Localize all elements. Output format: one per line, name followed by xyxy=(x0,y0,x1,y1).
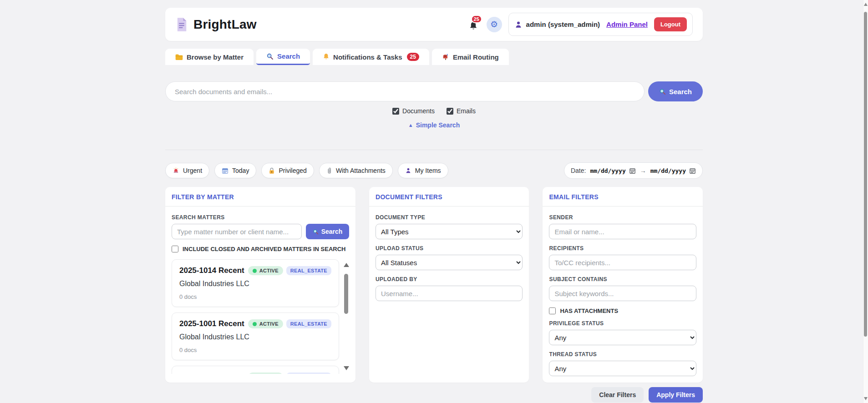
tab-label: Notifications & Tasks xyxy=(333,53,402,61)
global-search-input[interactable] xyxy=(165,81,645,101)
matter-card[interactable]: 2025-6060 Recent ACTIVE EMPLOYMENT Globa xyxy=(172,366,339,374)
matter-card-top: 2025-6060 Recent ACTIVE EMPLOYMENT xyxy=(179,373,331,374)
thread-status-select[interactable]: Any xyxy=(549,361,696,376)
calendar-picker-icon[interactable] xyxy=(689,167,696,174)
document-logo-icon xyxy=(175,17,188,32)
clear-filters-button[interactable]: Clear Filters xyxy=(591,387,644,403)
date-from-input[interactable]: mm/dd/yyyy xyxy=(590,167,635,174)
siren-icon xyxy=(173,167,179,174)
calendar-picker-icon[interactable] xyxy=(629,167,636,174)
date-range-label: Date: xyxy=(571,167,586,174)
filters-section: FILTER BY MATTER SEARCH MATTERS Search xyxy=(165,187,703,383)
tab-count-badge: 25 xyxy=(407,53,419,61)
matter-client: Global Industries LLC xyxy=(179,280,331,288)
tab-email-routing[interactable]: Email Routing xyxy=(432,49,509,65)
tab-label: Search xyxy=(277,52,300,60)
matter-list-scrollbar[interactable] xyxy=(343,259,349,374)
chip-urgent[interactable]: Urgent xyxy=(165,163,209,178)
recipients-label: RECIPIENTS xyxy=(549,245,696,252)
chip-today[interactable]: Today xyxy=(214,163,256,178)
apply-filters-button[interactable]: Apply Filters xyxy=(649,387,703,403)
upload-status-select[interactable]: All Statuses xyxy=(376,255,523,270)
filter-by-matter-panel: FILTER BY MATTER SEARCH MATTERS Search xyxy=(165,187,355,383)
section-divider xyxy=(165,150,703,150)
uploaded-by-input[interactable] xyxy=(376,286,523,301)
email-filters-body: SENDER RECIPIENTS SUBJECT CONTAINS HAS A… xyxy=(543,207,703,383)
matter-card[interactable]: 2025-1014 Recent ACTIVE REAL_ESTATE Glob xyxy=(172,259,339,307)
matter-list: 2025-1014 Recent ACTIVE REAL_ESTATE Glob xyxy=(172,259,349,374)
status-badge: ACTIVE xyxy=(248,319,283,328)
status-badge: ACTIVE xyxy=(248,373,283,374)
has-attachments-row[interactable]: HAS ATTACHMENTS xyxy=(549,307,696,314)
simple-search-toggle[interactable]: ▲ Simple Search xyxy=(165,121,703,129)
status-label: ACTIVE xyxy=(259,268,279,273)
recipients-input[interactable] xyxy=(549,255,696,270)
subject-contains-input[interactable] xyxy=(549,286,696,301)
global-search-button[interactable]: Search xyxy=(648,81,703,101)
user-name: admin (system_admin) xyxy=(526,20,600,28)
logout-button[interactable]: Logout xyxy=(654,17,687,31)
date-to-input[interactable]: mm/dd/yyyy xyxy=(650,167,696,174)
user-label-row: admin (system_admin) xyxy=(514,20,600,29)
thread-status-label: THREAD STATUS xyxy=(549,351,696,358)
date-range-arrow: → xyxy=(640,167,646,174)
tab-label: Browse by Matter xyxy=(187,53,244,61)
include-closed-row[interactable]: INCLUDE CLOSED AND ARCHIVED MATTERS IN S… xyxy=(172,246,349,252)
emails-checkbox[interactable] xyxy=(447,108,453,115)
tab-search[interactable]: Search xyxy=(256,49,310,65)
chip-label: Today xyxy=(232,167,249,174)
filter-actions-row: Clear Filters Apply Filters xyxy=(165,387,703,403)
user-icon xyxy=(514,20,523,29)
date-to-value: mm/dd/yyyy xyxy=(650,167,686,174)
filter-by-matter-title: FILTER BY MATTER xyxy=(165,187,355,207)
privilege-status-select[interactable]: Any xyxy=(549,330,696,345)
date-range-filter: Date: mm/dd/yyyy → mm/dd/yyyy xyxy=(564,162,703,179)
collapse-triangle-icon: ▲ xyxy=(408,122,413,128)
scrollbar-thumb[interactable] xyxy=(864,12,867,337)
search-button-label: Search xyxy=(669,88,692,96)
filter-by-matter-body: SEARCH MATTERS Search xyxy=(165,207,355,380)
document-type-select[interactable]: All Types xyxy=(376,224,523,239)
chip-privileged[interactable]: Privileged xyxy=(261,163,314,178)
document-filters-body: DOCUMENT TYPE All Types UPLOAD STATUS Al… xyxy=(369,207,529,307)
matter-search-input[interactable] xyxy=(172,224,302,239)
matter-badges: ACTIVE REAL_ESTATE xyxy=(248,319,331,328)
mailbox-icon xyxy=(442,53,449,60)
document-filters-panel: DOCUMENT FILTERS DOCUMENT TYPE All Types… xyxy=(369,187,529,383)
matter-client: Global Industries LLC xyxy=(179,333,331,341)
scroll-down-arrow-icon[interactable] xyxy=(864,397,868,400)
page-scrollbar[interactable] xyxy=(863,0,868,403)
scroll-down-arrow-icon[interactable] xyxy=(344,366,349,370)
settings-button[interactable]: ⚙ xyxy=(487,17,502,32)
documents-checkbox-row[interactable]: Documents xyxy=(392,107,435,115)
matter-number: 2025-1014 Recent xyxy=(179,266,244,275)
category-badge: REAL_ESTATE xyxy=(286,319,331,328)
has-attachments-checkbox[interactable] xyxy=(549,307,556,314)
quick-filter-chips: Urgent Today xyxy=(165,163,448,178)
quick-filters-row: Urgent Today xyxy=(165,162,703,179)
documents-checkbox[interactable] xyxy=(392,108,399,115)
tab-label: Email Routing xyxy=(453,53,499,61)
matter-search-button-label: Search xyxy=(321,228,343,235)
include-closed-checkbox[interactable] xyxy=(172,246,178,252)
sender-input[interactable] xyxy=(549,224,696,239)
scroll-up-arrow-icon[interactable] xyxy=(864,3,868,6)
chip-with-attachments[interactable]: With Attachments xyxy=(319,163,393,178)
gear-icon: ⚙ xyxy=(490,19,498,30)
search-icon xyxy=(659,88,666,95)
matter-search-button[interactable]: Search xyxy=(306,224,349,239)
tab-notifications-tasks[interactable]: Notifications & Tasks 25 xyxy=(313,49,429,65)
matter-badges: ACTIVE EMPLOYMENT xyxy=(248,373,331,374)
chip-my-items[interactable]: My Items xyxy=(398,163,448,178)
scrollbar-thumb[interactable] xyxy=(344,274,348,314)
simple-search-label: Simple Search xyxy=(416,121,460,129)
matter-card[interactable]: 2025-1001 Recent ACTIVE REAL_ESTATE Glob xyxy=(172,312,339,360)
notification-bell-button[interactable]: 25 xyxy=(468,18,480,31)
matter-card-top: 2025-1014 Recent ACTIVE REAL_ESTATE xyxy=(179,266,331,275)
tab-browse-by-matter[interactable]: Browse by Matter xyxy=(165,49,254,65)
uploaded-by-label: UPLOADED BY xyxy=(376,276,523,282)
admin-panel-link[interactable]: Admin Panel xyxy=(606,20,648,28)
documents-checkbox-label: Documents xyxy=(402,107,435,115)
scroll-up-arrow-icon[interactable] xyxy=(344,263,349,267)
emails-checkbox-row[interactable]: Emails xyxy=(447,107,476,115)
